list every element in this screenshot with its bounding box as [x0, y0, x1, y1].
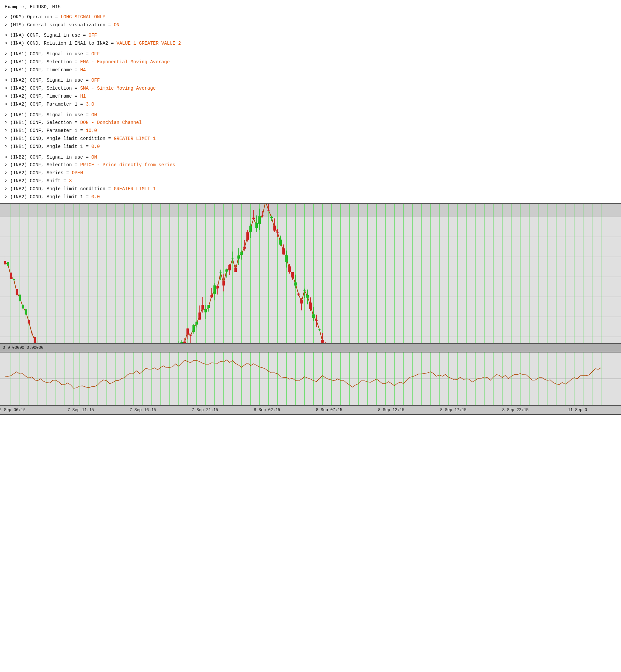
config-line: > (INB2) COND, Angle limit 1 = 0.0	[5, 193, 616, 201]
time-label: 7 Sep 21:15	[192, 408, 218, 412]
status-bar: 0 0.00000 0.00000	[0, 344, 621, 352]
config-value: LONG SIGNAL ONLY	[60, 14, 105, 19]
config-line: > (INB1) CONF, Parameter 1 = 10.0	[5, 127, 616, 135]
config-value: 3.0	[86, 102, 94, 107]
spacer	[5, 74, 616, 77]
config-line: > (INB1) CONF, Signal in use = ON	[5, 111, 616, 119]
main-chart	[0, 204, 621, 344]
config-value: 0.0	[91, 144, 99, 149]
config-value: PRICE - Price directly from series	[80, 162, 175, 168]
config-value: H1	[80, 93, 86, 99]
time-bar: 6 Sep 06:157 Sep 11:157 Sep 16:157 Sep 2…	[0, 405, 621, 414]
time-label: 8 Sep 07:15	[316, 408, 342, 412]
spacer	[5, 48, 616, 50]
config-line: > (INB2) CONF, Signal in use = ON	[5, 154, 616, 162]
sub-chart	[0, 352, 621, 405]
config-value: ON	[114, 22, 120, 28]
config-line: > (INA2) CONF, Signal in use = OFF	[5, 77, 616, 85]
config-value: GREATER LIMIT 1	[114, 186, 156, 192]
config-line: > (INA1) CONF, Signal in use = OFF	[5, 50, 616, 58]
config-line: > (INA2) CONF, Selection = SMA - Simple …	[5, 85, 616, 93]
config-line: > (INA) CONF, Signal in use = OFF	[5, 32, 616, 40]
time-label: 8 Sep 02:15	[254, 408, 280, 412]
info-panel: Example, EURUSD, M15	[0, 0, 621, 13]
time-label: 7 Sep 11:15	[68, 408, 94, 412]
chart-area: 0 0.00000 0.00000 6 Sep 06:157 Sep 11:15…	[0, 203, 621, 415]
time-label: 11 Sep 0	[568, 408, 587, 412]
config-value: ON	[91, 155, 97, 160]
spacer	[5, 29, 616, 32]
config-line: > (INA2) CONF, Parameter 1 = 3.0	[5, 101, 616, 109]
config-value: 10.0	[86, 128, 97, 133]
config-line: > (INB2) CONF, Shift = 3	[5, 177, 616, 185]
config-line: > (INA1) CONF, Timeframe = H4	[5, 66, 616, 74]
config-line: > (INA2) CONF, Timeframe = H1	[5, 93, 616, 101]
time-label: 6 Sep 06:15	[0, 408, 26, 412]
status-text: 0 0.00000 0.00000	[3, 346, 43, 350]
spacer	[5, 151, 616, 154]
config-value: DON - Donchian Channel	[80, 120, 142, 125]
config-value: OPEN	[72, 170, 83, 175]
time-label: 8 Sep 22:15	[502, 408, 529, 412]
example-header: Example, EURUSD, M15	[5, 3, 616, 11]
config-value: 0.0	[91, 194, 99, 200]
config-value: ON	[91, 112, 97, 118]
sub-chart-canvas	[0, 352, 621, 405]
config-value: 3	[69, 178, 72, 184]
config-value: VALUE 1 GREATER VALUE 2	[117, 41, 181, 46]
config-line: > (ORM) Operation = LONG SIGNAL ONLY	[5, 13, 616, 21]
spacer	[5, 109, 616, 111]
time-label: 8 Sep 17:15	[440, 408, 466, 412]
config-line: > (INA1) CONF, Selection = EMA - Exponen…	[5, 58, 616, 66]
config-line: > (INB1) CONF, Selection = DON - Donchia…	[5, 119, 616, 127]
config-value: OFF	[89, 33, 97, 38]
config-line: > (INB1) COND, Angle limit 1 = 0.0	[5, 143, 616, 151]
config-line: > (INB2) CONF, Selection = PRICE - Price…	[5, 161, 616, 169]
config-value: OFF	[91, 51, 99, 56]
config-value: H4	[80, 67, 86, 73]
config-line: > (INA) COND, Relation 1 INA1 to INA2 = …	[5, 40, 616, 48]
config-line: > (INB1) COND, Angle limit condition = G…	[5, 135, 616, 143]
config-value: EMA - Exponential Moving Average	[80, 59, 170, 65]
config-line: > (MIS) General signal visualization = O…	[5, 21, 616, 29]
time-label: 8 Sep 12:15	[378, 408, 404, 412]
config-line: > (INB2) CONF, Series = OPEN	[5, 169, 616, 177]
config-panel: > (ORM) Operation = LONG SIGNAL ONLY> (M…	[0, 13, 621, 203]
config-value: SMA - Simple Moving Average	[80, 86, 156, 91]
config-line: > (INB2) COND, Angle limit condition = G…	[5, 185, 616, 193]
config-value: OFF	[91, 78, 99, 83]
main-chart-canvas	[0, 204, 621, 344]
time-label: 7 Sep 16:15	[129, 408, 156, 412]
config-value: GREATER LIMIT 1	[114, 136, 156, 141]
